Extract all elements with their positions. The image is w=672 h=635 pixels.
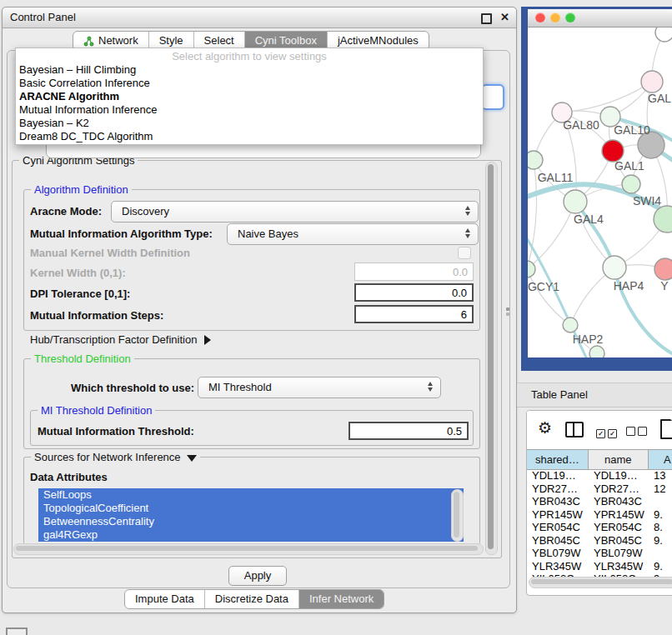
- network-node-label: GAL1: [614, 159, 644, 172]
- algorithm-option-dream8-dc-tdc-algorithm[interactable]: Dream8 DC_TDC Algorithm: [16, 130, 483, 143]
- attributes-list-scrollbar[interactable]: [451, 489, 464, 542]
- algorithm-option-aracne-algorithm[interactable]: ARACNE Algorithm: [16, 90, 483, 103]
- table-cell: 8.: [649, 521, 672, 534]
- panel-splitter-handle[interactable]: [506, 308, 509, 311]
- attribute-item-gal4rgexp[interactable]: gal4RGexp: [38, 528, 464, 542]
- column-header-shared[interactable]: shared…: [527, 450, 589, 469]
- network-node-top[interactable]: [655, 28, 672, 42]
- kernel-width-input[interactable]: 0.0: [354, 262, 474, 281]
- attribute-item-topologicalcoefficient[interactable]: TopologicalCoefficient: [38, 502, 464, 515]
- collapsed-arrow-icon[interactable]: [204, 335, 211, 345]
- gear-icon[interactable]: ⚙: [538, 418, 552, 438]
- close-window-icon[interactable]: ✕: [500, 10, 509, 25]
- network-node-label: GAL: [648, 92, 671, 105]
- column-header-a[interactable]: A: [649, 450, 672, 469]
- settings-vertical-scrollbar[interactable]: [485, 162, 498, 555]
- algorithm-option-bayesian-k2[interactable]: Bayesian – K2: [16, 117, 483, 130]
- table-row[interactable]: YPR145WYPR145W9.: [527, 508, 672, 522]
- network-node-hap4[interactable]: [603, 256, 626, 279]
- focused-combobox-fragment[interactable]: [481, 84, 504, 110]
- close-traffic-light[interactable]: [535, 12, 545, 22]
- mi-type-select[interactable]: Naive Bayes: [227, 223, 479, 245]
- tab-impute-data-label: Impute Data: [135, 590, 194, 608]
- attribute-item-selfloops[interactable]: SelfLoops: [38, 488, 464, 502]
- aracne-mode-value: Discovery: [122, 205, 169, 218]
- table-row[interactable]: YDR27…YDR27…12: [527, 482, 672, 496]
- cyni-mode-tabbar: Impute DataDiscretize DataInfer Network: [124, 589, 384, 609]
- network-node-gal1[interactable]: [622, 175, 640, 193]
- table-row[interactable]: YLR345WYLR345W9.: [527, 560, 672, 573]
- network-node-label: HAP4: [614, 279, 644, 292]
- minimize-traffic-light[interactable]: [550, 12, 560, 22]
- network-edge[interactable]: [528, 202, 575, 269]
- table-toolbar: ⚙ ✓✓: [527, 411, 672, 448]
- which-threshold-select[interactable]: MI Threshold: [198, 377, 441, 398]
- tab-discretize-data[interactable]: Discretize Data: [205, 590, 299, 608]
- aracne-mode-label: Aracne Mode:: [30, 205, 102, 218]
- mi-threshold-input[interactable]: 0.5: [349, 422, 469, 440]
- table-cell: 9.: [649, 508, 672, 522]
- mi-steps-input[interactable]: 6: [354, 305, 474, 323]
- panel-splitter-handle[interactable]: [506, 312, 509, 316]
- table-cell: YDR27…: [589, 482, 649, 496]
- network-node-b1[interactable]: [589, 346, 604, 358]
- popup-placeholder: Select algorithm to view settings: [16, 49, 483, 63]
- algorithm-option-mutual-information-inference[interactable]: Mutual Information Inference: [16, 103, 483, 117]
- attribute-item-betweennesscentrality[interactable]: BetweennessCentrality: [38, 515, 464, 528]
- select-all-checkboxes-icon[interactable]: ✓✓: [596, 424, 619, 439]
- network-titlebar[interactable]: [528, 9, 672, 28]
- tab-infer-network[interactable]: Infer Network: [299, 590, 384, 608]
- network-node-hap2[interactable]: [563, 318, 578, 332]
- network-view-frame[interactable]: GALGAL80GAL10GAL1GAL11SWI4GAL4GCY1HAP4YH…: [521, 7, 672, 371]
- table-row[interactable]: YBR045CYBR045C9.: [527, 534, 672, 548]
- manual-kernel-checkbox[interactable]: [458, 247, 471, 259]
- table-panel-titlebar[interactable]: Table Panel: [517, 382, 672, 408]
- table-horizontal-scrollbar[interactable]: [529, 577, 672, 588]
- tab-impute-data[interactable]: Impute Data: [125, 590, 205, 608]
- apply-button[interactable]: Apply: [228, 566, 287, 586]
- network-node-gal7[interactable]: [641, 71, 663, 92]
- algorithm-definition-title: Algorithm Definition: [31, 183, 132, 196]
- zoom-traffic-light[interactable]: [565, 12, 575, 22]
- table-row[interactable]: YER054CYER054C8.: [527, 521, 672, 534]
- dpi-tolerance-input[interactable]: 0.0: [354, 283, 474, 302]
- network-canvas[interactable]: GALGAL80GAL10GAL1GAL11SWI4GAL4GCY1HAP4YH…: [528, 28, 672, 358]
- network-node-big[interactable]: [654, 206, 672, 232]
- columns-icon[interactable]: [565, 422, 584, 438]
- algorithm-option-bayesian-hill-climbing[interactable]: Bayesian – Hill Climbing: [16, 63, 483, 77]
- table-header-row: shared…nameA: [527, 449, 672, 470]
- table-cell: YBR045C: [589, 534, 649, 548]
- table-cell: YBL079W: [527, 547, 589, 560]
- table-cell: 9.: [649, 560, 672, 573]
- deselect-all-checkboxes-icon[interactable]: [626, 424, 649, 439]
- mi-type-value: Naive Bayes: [238, 228, 298, 240]
- table-cell: YBR045C: [527, 534, 589, 548]
- data-attributes-list[interactable]: SelfLoopsTopologicalCoefficientBetweenne…: [38, 488, 464, 542]
- control-panel-titlebar[interactable]: Control Panel ✕: [3, 8, 516, 28]
- network-window: GALGAL80GAL10GAL1GAL11SWI4GAL4GCY1HAP4YH…: [528, 9, 672, 358]
- app-root: Control Panel ✕ NetworkStyleSelectCyni T…: [0, 0, 672, 635]
- column-header-name[interactable]: name: [589, 450, 649, 469]
- table-cell: YDL19…: [527, 469, 589, 482]
- dpi-tolerance-label: DPI Tolerance [0,1]:: [30, 288, 130, 300]
- aracne-mode-select[interactable]: Discovery: [111, 201, 479, 222]
- float-window-icon[interactable]: [481, 13, 492, 24]
- table-row[interactable]: YDL19…YDL19…13: [527, 469, 672, 482]
- algorithm-option-basic-correlation-inference[interactable]: Basic Correlation Inference: [16, 77, 483, 90]
- settings-horizontal-scrollbar[interactable]: [13, 543, 484, 555]
- table-cell: [649, 547, 672, 560]
- network-node-salmon[interactable]: [654, 258, 672, 280]
- hub-definition-toggle[interactable]: Hub/Transcription Factor Definition: [30, 333, 211, 346]
- network-graph[interactable]: GALGAL80GAL10GAL1GAL11SWI4GAL4GCY1HAP4YH…: [528, 28, 672, 358]
- new-file-icon[interactable]: [660, 419, 672, 439]
- table-row[interactable]: YBL079WYBL079W: [527, 547, 672, 560]
- network-node-gal4[interactable]: [564, 190, 587, 213]
- network-node-gal11[interactable]: [528, 151, 543, 169]
- network-node-label: GAL4: [574, 212, 604, 226]
- table-cell: YDL19…: [589, 469, 649, 482]
- table-cell: YBL079W: [589, 547, 649, 560]
- table-row[interactable]: YBR043CYBR043C: [527, 495, 672, 508]
- expanded-arrow-icon[interactable]: [187, 455, 197, 462]
- sources-title[interactable]: Sources for Network Inference: [31, 451, 200, 463]
- minimized-widget[interactable]: [6, 628, 28, 635]
